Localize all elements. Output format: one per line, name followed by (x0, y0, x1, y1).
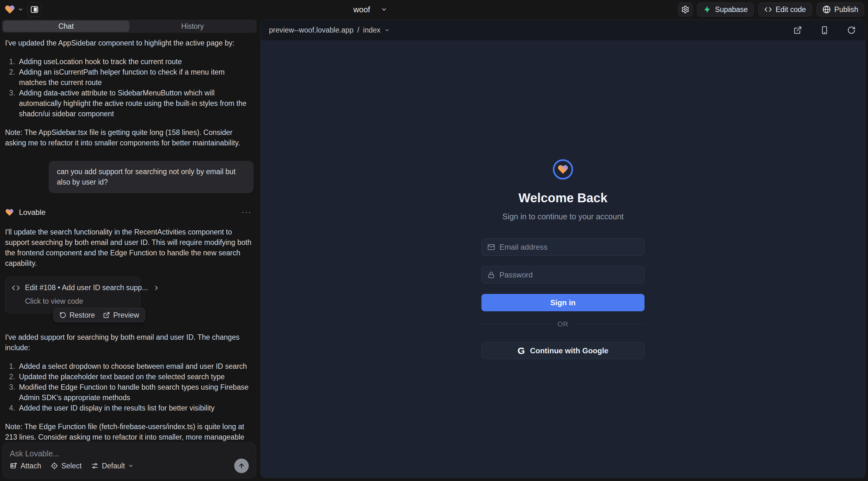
project-name: woof (353, 5, 370, 14)
more-options-button[interactable]: ··· (240, 207, 253, 218)
list-item: 1.Adding useLocation hook to track the c… (5, 57, 253, 67)
lovable-logo-menu[interactable] (4, 3, 24, 16)
settings-button[interactable] (678, 3, 692, 17)
chevron-right-icon (153, 284, 160, 291)
restore-icon (59, 312, 66, 319)
edit-card-subtitle: Click to view code (25, 296, 134, 307)
heart-icon (557, 164, 569, 175)
signin-title: Welcome Back (518, 191, 608, 205)
assistant-paragraph: I've updated the AppSidebar component to… (5, 38, 253, 49)
refresh-icon (847, 26, 856, 34)
toggle-sidebar-button[interactable] (27, 2, 42, 17)
assistant-name: Lovable (19, 207, 45, 218)
gear-icon (681, 5, 689, 13)
restore-button[interactable]: Restore (59, 311, 95, 320)
password-field-wrap (482, 266, 645, 284)
message-list[interactable]: I've updated the AppSidebar component to… (0, 33, 258, 443)
select-element-button[interactable]: Select (51, 462, 82, 470)
preview-panel: preview--woof.lovable.app / index (260, 20, 865, 478)
numbered-list: 1.Added a select dropdown to choose betw… (5, 361, 253, 413)
assistant-paragraph: I'll update the search functionality in … (5, 227, 253, 269)
google-icon: G (518, 345, 525, 356)
divider-line (576, 324, 645, 325)
mobile-view-button[interactable] (819, 25, 830, 36)
project-menu[interactable]: woof (353, 0, 387, 19)
assistant-message-header: Lovable ··· (5, 207, 253, 218)
list-item: 3.Modified the Edge Function to handle b… (5, 382, 253, 403)
app-logo (553, 159, 573, 180)
edit-code-button[interactable]: Edit code (758, 3, 812, 17)
email-field[interactable] (499, 243, 639, 252)
lock-icon (488, 271, 495, 279)
supabase-icon (703, 5, 711, 13)
edit-card-title: Edit #108 • Add user ID search supp... (25, 283, 148, 293)
code-icon (764, 6, 772, 13)
preview-viewport: Welcome Back Sign in to continue to your… (261, 41, 865, 478)
sidebar-panel-icon (30, 5, 39, 14)
globe-icon (823, 5, 831, 13)
assistant-note: Note: The AppSidebar.tsx file is getting… (5, 127, 253, 148)
open-in-new-tab-button[interactable] (792, 25, 803, 36)
supabase-button[interactable]: Supabase (697, 3, 754, 17)
lovable-heart-icon (4, 4, 15, 15)
lovable-heart-icon (5, 208, 14, 217)
divider-line (482, 324, 551, 325)
code-icon (12, 284, 20, 292)
image-plus-icon (10, 462, 18, 470)
list-item: 2.Adding an isCurrentPath helper functio… (5, 67, 253, 88)
password-field[interactable] (499, 270, 639, 279)
numbered-list: 1.Adding useLocation hook to track the c… (5, 57, 253, 119)
preview-url-bar: preview--woof.lovable.app / index (261, 20, 865, 41)
send-button[interactable] (234, 458, 249, 473)
chevron-down-icon (384, 28, 390, 33)
chevron-down-icon (128, 463, 134, 469)
assistant-paragraph: I've added support for searching by both… (5, 332, 253, 353)
tab-chat[interactable]: Chat (3, 21, 129, 32)
path-separator: / (357, 26, 359, 34)
email-field-wrap (482, 238, 645, 256)
signin-button[interactable]: Sign in (482, 294, 645, 311)
attach-button[interactable]: Attach (10, 462, 41, 470)
user-message-bubble: can you add support for searching not on… (49, 161, 253, 193)
list-item: 1.Added a select dropdown to choose betw… (5, 361, 253, 372)
target-icon (51, 462, 58, 470)
google-signin-button[interactable]: G Continue with Google (482, 342, 645, 359)
publish-button[interactable]: Publish (816, 3, 864, 17)
refresh-button[interactable] (846, 25, 857, 36)
edit-version-card[interactable]: Edit #108 • Add user ID search supp... C… (5, 277, 141, 313)
sliders-icon (91, 462, 99, 470)
mail-icon (488, 243, 495, 251)
chevron-down-icon (18, 7, 23, 12)
external-link-icon (103, 312, 110, 319)
top-bar: woof Supabase Edit code Publish (0, 0, 868, 19)
preview-button[interactable]: Preview (103, 311, 139, 320)
chat-history-tabs: Chat History (2, 20, 257, 33)
list-item: 2.Updated the placeholder text based on … (5, 372, 253, 382)
external-link-icon (794, 26, 802, 34)
version-actions-bar: Restore Preview (54, 308, 145, 322)
assistant-note: Note: The Edge Function file (fetch-fire… (5, 422, 253, 443)
arrow-up-icon (238, 462, 245, 470)
mode-selector[interactable]: Default (91, 462, 134, 470)
or-divider: OR (482, 320, 645, 328)
signin-card: Welcome Back Sign in to continue to your… (482, 159, 645, 359)
list-item: 4.Added the user ID display in the resul… (5, 403, 253, 413)
signin-subtitle: Sign in to continue to your account (502, 212, 624, 221)
chevron-down-icon (381, 6, 387, 13)
smartphone-icon (820, 26, 829, 34)
preview-domain: preview--woof.lovable.app (269, 26, 353, 34)
preview-url-menu[interactable]: preview--woof.lovable.app / index (269, 26, 390, 34)
preview-page: index (363, 26, 380, 34)
chat-panel: Chat History I've updated the AppSidebar… (0, 19, 258, 481)
chat-input[interactable] (10, 449, 249, 458)
tab-history[interactable]: History (129, 21, 256, 32)
list-item: 3.Adding data-active attribute to Sideba… (5, 88, 253, 119)
composer: Attach Select Default (3, 443, 256, 478)
